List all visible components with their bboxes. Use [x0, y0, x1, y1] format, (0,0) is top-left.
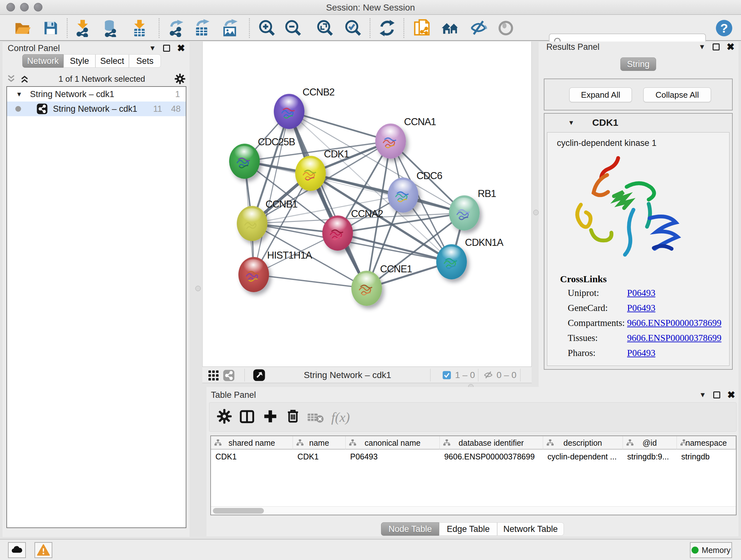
show-graphics-button[interactable] — [496, 19, 515, 37]
collapse-all-chevron-icon[interactable] — [6, 74, 16, 84]
node-structure-icon — [234, 153, 255, 173]
open-folder-icon — [14, 19, 31, 37]
table-cell[interactable]: stringdb:9... — [623, 450, 677, 463]
delete-column-button[interactable] — [285, 408, 300, 424]
zoom-out-button[interactable] — [284, 19, 302, 37]
network-node-ccnb2[interactable] — [274, 94, 305, 129]
annotations-button[interactable] — [413, 19, 431, 37]
network-node-cdk1[interactable] — [295, 156, 326, 191]
tab-sets[interactable]: Sets — [129, 54, 161, 68]
table-settings-button[interactable] — [216, 408, 232, 424]
function-builder-button[interactable]: f(x) — [331, 410, 350, 425]
save-session-button[interactable] — [42, 19, 60, 37]
network-node-cdc25b[interactable] — [229, 144, 260, 179]
table-panel-collapse-icon[interactable]: ▼ — [699, 391, 706, 399]
results-panel-close-icon[interactable]: ✖ — [727, 44, 735, 51]
cloud-icon — [10, 544, 23, 557]
export-table-button[interactable] — [193, 19, 211, 37]
table-horizontal-scrollbar[interactable] — [211, 506, 736, 515]
crosslink-link[interactable]: P06493 — [627, 348, 656, 358]
expand-all-button[interactable]: Expand All — [569, 87, 632, 102]
add-column-button[interactable] — [262, 408, 278, 424]
crosslink-link[interactable]: 9606.ENSP00000378699 — [627, 318, 722, 328]
table-panel-close-icon[interactable]: ✖ — [727, 391, 735, 398]
expand-all-chevron-icon[interactable] — [20, 74, 29, 84]
results-panel-float-icon[interactable] — [713, 44, 720, 51]
help-button[interactable]: ? — [715, 19, 733, 37]
network-node-ccnb1[interactable] — [237, 206, 267, 241]
warning-status-button[interactable] — [35, 542, 52, 558]
network-options-gear-icon[interactable] — [174, 73, 186, 84]
import-network-button[interactable] — [73, 19, 92, 37]
right-panel-divider-handle[interactable] — [533, 210, 539, 215]
results-panel-collapse-icon[interactable]: ▼ — [698, 43, 705, 51]
column-header-name[interactable]: name — [293, 436, 346, 449]
table-cell[interactable]: cyclin-dependent ... — [543, 450, 623, 463]
refresh-view-button[interactable] — [378, 19, 396, 37]
network-node-ccna2[interactable] — [322, 215, 353, 251]
table-cell[interactable]: CDK1 — [211, 450, 293, 463]
control-panel-close-icon[interactable]: ✖ — [177, 45, 185, 52]
gene-collapse-icon[interactable]: ▼ — [568, 119, 575, 126]
selected-checkbox[interactable] — [442, 371, 451, 381]
tab-select[interactable]: Select — [95, 54, 129, 68]
memory-button[interactable]: Memory — [690, 542, 732, 558]
column-header--id[interactable]: @id — [623, 436, 677, 449]
open-session-button[interactable] — [13, 19, 32, 37]
column-header-description[interactable]: description — [543, 436, 623, 449]
table-panel-float-icon[interactable] — [713, 391, 720, 398]
export-network-button[interactable] — [166, 19, 185, 37]
column-header-database-identifier[interactable]: database identifier — [440, 436, 543, 449]
hide-graphics-button[interactable] — [469, 19, 488, 37]
share-view-button[interactable] — [223, 369, 235, 383]
network-node-ccne1[interactable] — [351, 271, 382, 306]
table-cell[interactable]: CDK1 — [293, 450, 346, 463]
collapse-all-button[interactable]: Collapse All — [643, 87, 711, 102]
control-panel-collapse-icon[interactable]: ▼ — [149, 44, 156, 52]
network-node-hist1h1a[interactable] — [239, 257, 269, 292]
tab-network-table[interactable]: Network Table — [497, 522, 564, 536]
import-table-button[interactable] — [130, 19, 149, 37]
tab-string[interactable]: String — [620, 57, 656, 71]
control-panel-float-icon[interactable] — [163, 45, 170, 52]
column-header-canonical-name[interactable]: canonical name — [346, 436, 440, 449]
gene-section-header[interactable]: ▼ CDK1 — [544, 114, 732, 132]
column-header-shared-name[interactable]: shared name — [211, 436, 293, 449]
tab-network[interactable]: Network — [22, 54, 64, 68]
network-row[interactable]: String Network – cdk1 11 48 — [7, 102, 186, 116]
delete-table-button[interactable] — [307, 408, 324, 426]
import-network-from-database-button[interactable] — [101, 19, 119, 37]
export-image-button[interactable] — [221, 19, 239, 37]
crosslink-row: Pharos:P06493 — [568, 348, 726, 362]
table-cell[interactable]: P06493 — [346, 450, 440, 463]
tab-edge-table[interactable]: Edge Table — [439, 522, 497, 536]
grid-view-button[interactable] — [207, 369, 219, 383]
scrollbar-thumb[interactable] — [213, 508, 264, 514]
left-panel-divider-handle[interactable] — [195, 286, 201, 291]
cloud-status-button[interactable] — [8, 542, 26, 558]
split-columns-button[interactable] — [239, 408, 255, 425]
zoom-in-button[interactable] — [258, 19, 276, 37]
home-layout-button[interactable] — [441, 19, 460, 37]
crosslink-link[interactable]: P06493 — [627, 288, 656, 298]
crosslink-link[interactable]: 9606.ENSP00000378699 — [627, 333, 722, 343]
network-edges[interactable] — [203, 42, 532, 367]
table-cell[interactable]: 9606.ENSP00000378699 — [440, 450, 543, 463]
birds-eye-view-button[interactable] — [253, 369, 266, 383]
table-cell[interactable]: stringdb — [677, 450, 736, 463]
network-canvas[interactable]: CCNB2CCNA1CDC25BCDK1CDC6RB1CCNB1CCNA2CDK… — [202, 42, 532, 367]
tab-node-table[interactable]: Node Table — [381, 522, 439, 536]
crosslink-link[interactable]: P06493 — [627, 303, 656, 313]
network-node-cdc6[interactable] — [388, 178, 418, 212]
table-row[interactable]: CDK1CDK1P064939606.ENSP00000378699cyclin… — [211, 450, 736, 463]
collection-expand-icon[interactable]: ▼ — [16, 91, 22, 98]
network-node-cdkn1a[interactable] — [436, 244, 467, 279]
network-node-ccna1[interactable] — [375, 124, 406, 159]
zoom-selected-button[interactable] — [344, 19, 362, 37]
network-node-rb1[interactable] — [449, 195, 480, 231]
zoom-fit-button[interactable] — [316, 19, 334, 37]
gene-section: ▼ CDK1 cyclin-dependent kinase 1 — [544, 113, 733, 370]
column-header-namespace[interactable]: namespace — [677, 436, 736, 449]
network-collection-row[interactable]: ▼ String Network – cdk1 1 — [7, 87, 186, 102]
tab-style[interactable]: Style — [64, 54, 95, 68]
